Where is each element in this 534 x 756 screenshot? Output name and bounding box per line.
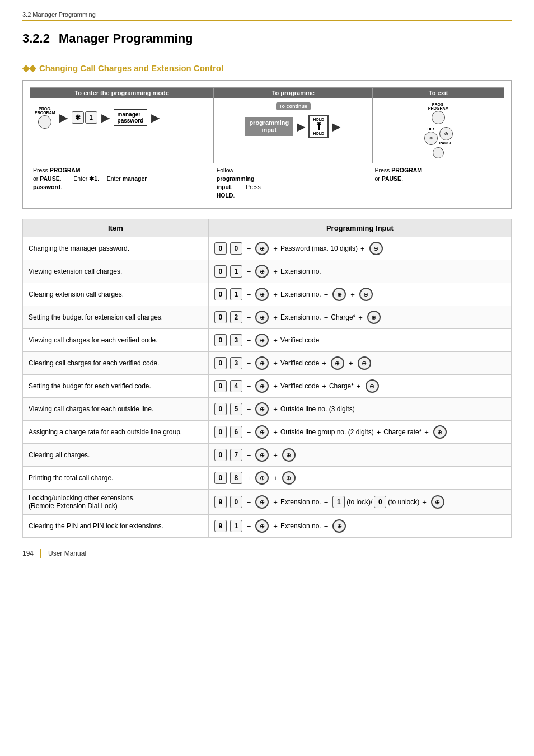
confirm-icon: ⊕ [369,242,383,255]
prog-icon-1: PROG.PROGRAM [35,107,55,129]
confirm-icon: ⊕ [255,242,269,255]
confirm-icon: ⊕ [255,448,269,462]
one-key: 1 [85,111,97,124]
input-cell: 0 1 + ⊕ + Extension no. + ⊕ + ⊕ [214,288,505,301]
item-cell: Changing the manager password. [23,237,209,260]
input-text: Verified code [280,382,319,390]
table-row: Locking/unlocking other extensions.(Remo… [23,490,512,515]
key-0: 0 [230,242,242,255]
confirm-icon: ⊕ [255,288,269,301]
confirm-icon: ⊕ [255,495,269,509]
input-text: Password (max. 10 digits) [280,245,358,252]
confirm-icon: ⊕ [359,288,373,301]
input-cell: 0 6 + ⊕ + Outside line group no. (2 digi… [214,425,505,439]
key-0: 0 [214,403,227,415]
input-text: Verified code [280,359,319,367]
input-cell: 0 2 + ⊕ + Extension no. + Charge* + ⊕ [214,311,505,324]
input-cell: 0 3 + ⊕ + Verified code [214,334,505,347]
key-7: 7 [230,449,242,461]
input-text: Extension no. [280,290,321,298]
plus-sign: + [247,336,251,345]
input-cell: 0 7 + ⊕ + ⊕ [214,448,505,462]
plus-sign: + [273,498,278,506]
plus-sign: + [247,474,251,482]
input-text: Charge* [329,382,354,390]
key-4: 4 [230,380,242,392]
pause-icon-2: ◎ PAUSE [439,126,453,145]
page-footer: 194 User Manual [22,549,512,558]
table-row: Viewing extension call charges.0 1 + ⊕ +… [23,260,512,283]
input-text: Outside line group no. (2 digits) [280,428,374,436]
bottom-circle-exit [433,147,444,158]
confirm-icon: ⊕ [255,311,269,324]
key-0: 0 [214,334,227,346]
exit-header: To exit [373,88,504,98]
table-row: Printing the total call charge.0 8 + ⊕ +… [23,467,512,490]
key-3: 3 [230,357,242,369]
plus-sign: + [360,245,365,253]
table-row: Setting the budget for each verified cod… [23,375,512,398]
key-3: 3 [230,334,242,346]
input-cell: 0 1 + ⊕ + Extension no. [214,265,505,278]
input-cell-wrapper: 0 7 + ⊕ + ⊕ [208,444,511,467]
section-title: Manager Programming [59,31,193,46]
manager-password-box: managerpassword [114,109,148,126]
item-cell: Setting the budget for each verified cod… [23,375,209,398]
key-0: 0 [214,449,227,461]
table-row: Changing the manager password.0 0 + ⊕ + … [23,237,512,260]
input-cell-wrapper: 0 2 + ⊕ + Extension no. + Charge* + ⊕ [208,306,511,329]
item-cell: Clearing the PIN and PIN lock for extens… [23,515,209,538]
plus-sign: + [424,428,429,436]
plus-sign: + [247,382,251,391]
key-8: 8 [230,472,242,484]
input-cell: 0 3 + ⊕ + Verified code + ⊕ + ⊕ [214,356,505,370]
plus-sign: + [422,498,427,506]
input-cell-wrapper: 0 1 + ⊕ + Extension no. [208,260,511,283]
item-cell: Setting the budget for extension call ch… [23,306,209,329]
key-9: 9 [214,520,227,532]
plus-sign: + [357,382,361,391]
plus-sign: + [349,359,353,368]
plus-sign: + [273,382,278,391]
key-1: 1 [332,496,345,508]
arrow-5: ▶ [331,120,341,133]
table-row: Clearing extension call charges.0 1 + ⊕ … [23,283,512,306]
confirm-icon: ⊕ [431,495,444,509]
confirm-icon: ⊕ [331,356,344,370]
input-cell: 0 0 + ⊕ + Password (max. 10 digits) + ⊕ [214,242,505,255]
dir-icon: DIR ⊕ [424,127,438,145]
arrow-2: ▶ [100,111,111,124]
key-0: 0 [230,496,242,508]
plus-sign: + [350,290,355,299]
input-cell-wrapper: 0 0 + ⊕ + Password (max. 10 digits) + ⊕ [208,237,511,260]
confirm-icon: ⊕ [255,471,269,485]
plus-sign: + [324,313,329,322]
confirm-icon: ⊕ [255,379,269,393]
input-text: Extension no. [280,522,321,530]
plus-sign: + [273,522,278,530]
plus-sign: + [247,245,251,253]
plus-sign: + [247,290,251,299]
input-cell: 9 0 + ⊕ + Extension no. + 1 (to lock)/ 0… [214,495,505,509]
programme-header: To programme [214,88,372,98]
item-cell: Clearing extension call charges. [23,283,209,306]
subsection-title-text: Changing Call Charges and Extension Cont… [39,63,223,73]
footer-label: User Manual [48,550,86,557]
col-input-header: Programming Input [208,219,511,237]
plus-sign: + [247,498,251,506]
confirm-icon: ⊕ [282,471,296,485]
input-text: (to lock)/ [346,498,372,506]
plus-sign: + [247,313,251,322]
input-cell: 0 4 + ⊕ + Verified code + Charge* + ⊕ [214,379,505,393]
key-0: 0 [214,426,227,438]
section-number: 3.2.2 [22,31,50,46]
item-cell: Locking/unlocking other extensions.(Remo… [23,490,209,515]
table-row: Setting the budget for extension call ch… [23,306,512,329]
key-0: 0 [214,311,227,323]
key-0: 0 [214,472,227,484]
plus-sign: + [273,405,278,414]
key-0: 0 [214,357,227,369]
plus-sign: + [324,498,329,506]
confirm-icon: ⊕ [255,356,269,370]
confirm-icon: ⊕ [433,425,447,439]
